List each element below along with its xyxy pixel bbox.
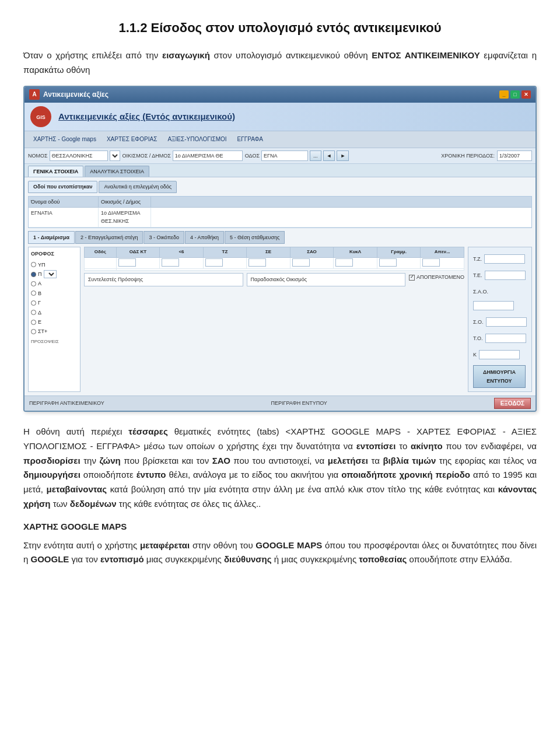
oikiamos-input[interactable]: [173, 150, 243, 161]
body-p1-text13: των: [51, 499, 70, 509]
dimourgia-btn[interactable]: ΔΗΜΙΟΥΡΓΙΑ ΕΝΤΥΠΟΥ: [473, 365, 526, 388]
input-gramm[interactable]: [379, 258, 397, 267]
radio-g[interactable]: Γ: [31, 299, 78, 307]
minimize-btn[interactable]: _: [499, 90, 509, 99]
radio-a-label: Α: [38, 279, 41, 288]
radio-b[interactable]: Β: [31, 289, 78, 298]
body-p2-text5: ή μιας συγκεκριμένης: [272, 554, 359, 564]
radio-e[interactable]: Ε: [31, 318, 78, 326]
odos-subtab-analutika[interactable]: Αναλυτικά η επιλεγμένη οδός: [99, 181, 177, 192]
ui-header-bar: GIS Αντικειμενικές αξίες (Εντός αντικειμ…: [24, 103, 536, 131]
nomos-input[interactable]: [50, 150, 108, 161]
input-se[interactable]: [249, 258, 266, 267]
main-tab-thesi[interactable]: 5 - Θέση στάθμευσης: [225, 231, 285, 244]
input-kukl[interactable]: [335, 258, 353, 267]
radio-st[interactable]: ΣΤ+: [31, 327, 78, 335]
radio-yp[interactable]: ΥΠ: [31, 261, 78, 269]
ui-main-tabs: 1 - Διαμέρισμα 2 - Επαγγελματική στέγη 3…: [28, 231, 532, 244]
menu-item-eggrafa[interactable]: ΕΓΓΡΑΦΑ: [232, 132, 268, 146]
main-tab-oikopedo[interactable]: 3 - Οικόπεδο: [144, 231, 184, 244]
odos-input[interactable]: [261, 150, 308, 161]
radio-b-label: Β: [38, 289, 41, 298]
th-lt6: <6: [160, 247, 204, 258]
radio-b-circle: [31, 290, 36, 296]
syntelestes-label: Συντελεστές Πρόσοψης: [88, 276, 143, 282]
ui-data-area: ΟΡΟΦΟΣ ΥΠ Π ▼ Α: [28, 247, 532, 392]
radio-p-select[interactable]: ▼: [44, 270, 57, 278]
input-apen[interactable]: [422, 258, 440, 267]
odos-table-header: Όνομα οδού Οικισμός / Δήμος: [29, 197, 531, 208]
radio-d[interactable]: Δ: [31, 309, 78, 317]
xroniki-input[interactable]: [497, 150, 532, 161]
subtab-genika[interactable]: ΓΕΝΙΚΑ ΣΤΟΙΧΕΙΑ: [28, 166, 83, 177]
body-p2-text3: για τον: [69, 554, 100, 564]
radio-e-label: Ε: [38, 318, 41, 326]
body-paragraph-1: Η οθόνη αυτή περιέχει τέσσαρες θεματικές…: [23, 425, 537, 512]
input-sao[interactable]: [292, 258, 310, 267]
right-input-so[interactable]: [486, 317, 527, 327]
main-tab-diamerisma[interactable]: 1 - Διαμέρισμα: [28, 231, 75, 244]
close-btn[interactable]: ✕: [522, 90, 531, 99]
input-odskkt[interactable]: [118, 258, 136, 267]
intro-paragraph: Όταν ο χρήστης επιλέξει από την εισαγωγι…: [23, 48, 537, 78]
ui-screenshot-window: A Αντικειμενικές αξίες _ □ ✕ GIS Αντικει…: [23, 86, 537, 412]
body-paragraph-2: Στην ενότητα αυτή ο χρήστης μεταφέρεται …: [23, 538, 537, 568]
syntelestes-field: Συντελεστές Πρόσοψης: [84, 273, 243, 286]
odos-subtab-entopistikan[interactable]: Οδοί που εντοπίστηκαν: [28, 181, 97, 192]
menu-item-efories[interactable]: ΧΑΡΤΕΣ ΕΦΟΡΙΑΣ: [102, 132, 162, 146]
apogeratomeno-checkbox[interactable]: ✓: [409, 275, 415, 281]
maximize-btn[interactable]: □: [510, 90, 520, 99]
subtab-analutika[interactable]: ΑΝΑΛΥΤΙΚΑ ΣΤΟΙΧΕΙΑ: [85, 166, 149, 177]
main-tab-epaggelmatiki[interactable]: 2 - Επαγγελματική στέγη: [75, 231, 143, 244]
right-input-to[interactable]: [485, 334, 526, 343]
search-btn[interactable]: ...: [310, 150, 321, 161]
table-row[interactable]: ΕΓΝΑΤΙΑ 1ο ΔΙΑΜΕΡΙΣΜΑ ΘΕΣ.ΝΙΚΗΣ: [29, 208, 531, 228]
body-p1-bold4: προσδιορίσει: [23, 456, 80, 466]
intro-bold2-text: ΕΝΤΟΣ ΑΝΤΙΚΕΙΜΕΝΙΚΟΥ: [372, 50, 480, 60]
paradosiakos-label: Παραδοσιακός Οικισμός: [251, 276, 307, 282]
orofos-label: ΟΡΟΦΟΣ: [31, 250, 78, 258]
apogeratomeno-row: ✓ ΑΠΟΠΕΡΑΤΟΜΕΝΟ: [409, 273, 464, 281]
odos-table-section: Όνομα οδού Οικισμός / Δήμος ΕΓΝΑΤΙΑ 1ο Δ…: [28, 196, 532, 228]
right-input-tz[interactable]: [484, 254, 525, 264]
right-input-k[interactable]: [479, 350, 520, 359]
prosopsi-label: ΠΡΟΣΟΨΕΙΣ: [31, 338, 78, 346]
oikiamos-label: ΟΙΚΙΣΜΟΣ / ΔΗΜΟΣ: [123, 152, 171, 160]
nav-next-btn[interactable]: ►: [337, 150, 349, 161]
radio-p-circle: [31, 272, 36, 277]
body-p1-text5: που βρίσκεται και τον: [121, 456, 212, 466]
radio-p[interactable]: Π ▼: [31, 270, 78, 278]
exodos-btn[interactable]: ΕΞΟΔΟΣ: [494, 398, 531, 409]
body-p2-bold2: GOOGLE MAPS: [256, 540, 322, 550]
main-tab-apothiki[interactable]: 4 - Αποθήκη: [185, 231, 224, 244]
right-panel: Τ.Ζ. Τ.Ε. Σ.Α.Ο. Σ.Ο. Τ.Ο.: [468, 247, 532, 392]
th-onoma: Όνομα οδού: [29, 197, 99, 207]
radio-a[interactable]: Α: [31, 279, 78, 288]
data-table-header-row: Οδός ΟΔΣ ΚΤ <6 ΤΖ ΣΕ ΣΑΟ ΚυκΛ Γραμμ. Απε…: [85, 247, 464, 258]
body-p1-text8: της εφορίας και τέλος να: [436, 456, 537, 466]
body-p1-text10: θέλει, ανάλογα με το είδος του ακινήτου …: [166, 470, 341, 480]
nav-prev-btn[interactable]: ◄: [323, 150, 335, 161]
data-row-1[interactable]: [85, 258, 464, 269]
th-sao: ΣΑΟ: [290, 247, 334, 258]
body-p1-text7: τα: [368, 456, 383, 466]
data-td-empty: [116, 269, 464, 271]
menu-item-axies[interactable]: ΑΞΙΕΣ-ΥΠΟΛΟΓΙΣΜΟΙ: [162, 132, 232, 146]
body-p1-bold11: οποιαδήποτε χρονική περίοδο: [341, 470, 470, 480]
odos-field-group: ΟΔΟΣ ... ◄ ►: [245, 150, 349, 161]
svg-text:GIS: GIS: [36, 114, 46, 120]
data-td-gramm: [377, 258, 421, 269]
body-p1-text12: κατά βούληση από την μία ενότητα στην άλ…: [107, 484, 498, 494]
radio-p-label: Π: [38, 270, 42, 278]
nomos-select[interactable]: ▼: [110, 150, 120, 161]
data-row-2[interactable]: [85, 269, 464, 271]
input-lt6[interactable]: [162, 258, 179, 267]
radio-a-circle: [31, 281, 36, 286]
menu-item-maps[interactable]: ΧΑΡΤΗΣ - Google maps: [28, 132, 102, 146]
bottom-row: Συντελεστές Πρόσοψης Παραδοσιακός Οικισμ…: [84, 273, 464, 286]
body-p2: Στην ενότητα αυτή ο χρήστης μεταφέρεται …: [23, 538, 537, 568]
right-input-sao[interactable]: [473, 301, 514, 310]
input-tz[interactable]: [205, 258, 223, 267]
right-input-te[interactable]: [485, 271, 526, 280]
body-p1-bold10: έντυπο: [136, 470, 166, 480]
